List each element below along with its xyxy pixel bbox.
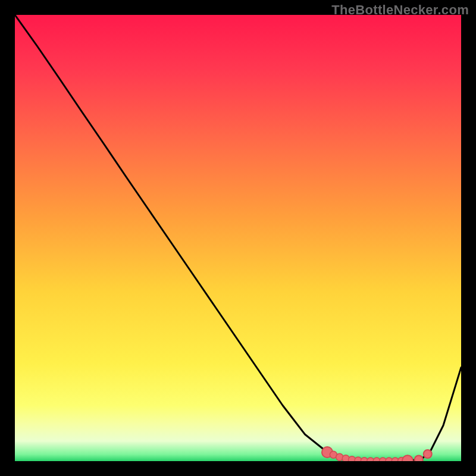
bottleneck-curve [15,15,461,461]
chart-frame: TheBottleNecker.com [0,0,476,476]
highlight-dot [402,455,413,461]
highlight-dot [415,455,423,461]
curve-layer [15,15,461,461]
plot-area [15,15,461,461]
watermark-text: TheBottleNecker.com [331,2,469,18]
highlight-dot [424,450,432,458]
